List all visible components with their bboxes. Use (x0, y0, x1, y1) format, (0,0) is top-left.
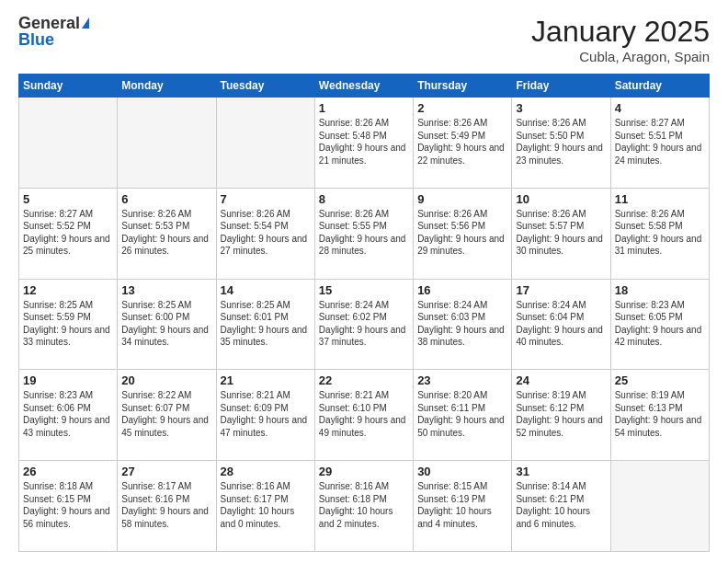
day-cell: 25Sunrise: 8:19 AM Sunset: 6:13 PM Dayli… (610, 370, 709, 461)
day-cell: 2Sunrise: 8:26 AM Sunset: 5:49 PM Daylig… (414, 98, 512, 189)
day-number: 1 (319, 101, 409, 115)
day-cell: 28Sunrise: 8:16 AM Sunset: 6:17 PM Dayli… (216, 461, 314, 552)
calendar-page: General Blue January 2025 Cubla, Aragon,… (0, 0, 728, 563)
week-row-3: 12Sunrise: 8:25 AM Sunset: 5:59 PM Dayli… (19, 279, 710, 370)
week-row-4: 19Sunrise: 8:23 AM Sunset: 6:06 PM Dayli… (19, 370, 710, 461)
day-info: Sunrise: 8:27 AM Sunset: 5:51 PM Dayligh… (615, 117, 705, 167)
week-row-2: 5Sunrise: 8:27 AM Sunset: 5:52 PM Daylig… (19, 188, 710, 279)
day-cell: 12Sunrise: 8:25 AM Sunset: 5:59 PM Dayli… (19, 279, 118, 370)
week-row-1: 1Sunrise: 8:26 AM Sunset: 5:48 PM Daylig… (19, 98, 710, 189)
day-number: 28 (221, 465, 311, 478)
week-row-5: 26Sunrise: 8:18 AM Sunset: 6:15 PM Dayli… (19, 461, 710, 552)
day-info: Sunrise: 8:26 AM Sunset: 5:55 PM Dayligh… (319, 208, 409, 258)
day-number: 14 (221, 283, 311, 297)
day-number: 13 (121, 283, 211, 297)
day-number: 29 (319, 465, 409, 478)
day-cell: 7Sunrise: 8:26 AM Sunset: 5:54 PM Daylig… (216, 188, 314, 279)
day-info: Sunrise: 8:19 AM Sunset: 6:12 PM Dayligh… (516, 389, 606, 439)
day-info: Sunrise: 8:22 AM Sunset: 6:07 PM Dayligh… (121, 389, 211, 439)
day-number: 10 (516, 192, 606, 206)
day-number: 3 (516, 101, 606, 115)
day-cell: 11Sunrise: 8:26 AM Sunset: 5:58 PM Dayli… (610, 188, 709, 279)
day-info: Sunrise: 8:26 AM Sunset: 5:54 PM Dayligh… (221, 208, 311, 258)
weekday-header-thursday: Thursday (414, 75, 512, 98)
day-number: 26 (23, 465, 113, 478)
day-info: Sunrise: 8:23 AM Sunset: 6:06 PM Dayligh… (23, 389, 113, 439)
day-number: 19 (23, 373, 113, 387)
day-number: 7 (221, 192, 311, 206)
day-info: Sunrise: 8:26 AM Sunset: 5:57 PM Dayligh… (516, 208, 606, 258)
day-cell: 9Sunrise: 8:26 AM Sunset: 5:56 PM Daylig… (414, 188, 512, 279)
day-cell (610, 461, 709, 552)
day-info: Sunrise: 8:24 AM Sunset: 6:04 PM Dayligh… (516, 299, 606, 349)
logo-triangle-icon (82, 17, 89, 29)
weekday-header-friday: Friday (512, 75, 610, 98)
day-info: Sunrise: 8:25 AM Sunset: 5:59 PM Dayligh… (23, 299, 113, 349)
day-info: Sunrise: 8:26 AM Sunset: 5:58 PM Dayligh… (615, 208, 705, 258)
day-number: 16 (417, 283, 507, 297)
weekday-header-tuesday: Tuesday (216, 75, 314, 98)
weekday-header-sunday: Sunday (19, 75, 118, 98)
day-info: Sunrise: 8:25 AM Sunset: 6:01 PM Dayligh… (221, 299, 311, 349)
day-cell: 22Sunrise: 8:21 AM Sunset: 6:10 PM Dayli… (314, 370, 413, 461)
day-cell: 18Sunrise: 8:23 AM Sunset: 6:05 PM Dayli… (610, 279, 709, 370)
day-info: Sunrise: 8:27 AM Sunset: 5:52 PM Dayligh… (23, 208, 113, 258)
day-cell: 10Sunrise: 8:26 AM Sunset: 5:57 PM Dayli… (512, 188, 610, 279)
day-cell: 14Sunrise: 8:25 AM Sunset: 6:01 PM Dayli… (216, 279, 314, 370)
day-cell: 20Sunrise: 8:22 AM Sunset: 6:07 PM Dayli… (118, 370, 216, 461)
day-info: Sunrise: 8:25 AM Sunset: 6:00 PM Dayligh… (121, 299, 211, 349)
day-info: Sunrise: 8:24 AM Sunset: 6:02 PM Dayligh… (319, 299, 409, 349)
day-cell: 19Sunrise: 8:23 AM Sunset: 6:06 PM Dayli… (19, 370, 118, 461)
day-info: Sunrise: 8:19 AM Sunset: 6:13 PM Dayligh… (615, 389, 705, 439)
day-info: Sunrise: 8:24 AM Sunset: 6:03 PM Dayligh… (417, 299, 507, 349)
day-cell: 26Sunrise: 8:18 AM Sunset: 6:15 PM Dayli… (19, 461, 118, 552)
calendar-title: January 2025 (531, 15, 710, 49)
day-number: 18 (615, 283, 705, 297)
day-info: Sunrise: 8:21 AM Sunset: 6:09 PM Dayligh… (221, 389, 311, 439)
title-block: January 2025 Cubla, Aragon, Spain (531, 15, 710, 64)
day-number: 25 (615, 373, 705, 387)
day-info: Sunrise: 8:16 AM Sunset: 6:18 PM Dayligh… (319, 480, 409, 530)
day-cell: 29Sunrise: 8:16 AM Sunset: 6:18 PM Dayli… (314, 461, 413, 552)
day-cell: 30Sunrise: 8:15 AM Sunset: 6:19 PM Dayli… (414, 461, 512, 552)
day-number: 4 (615, 101, 705, 115)
weekday-header-saturday: Saturday (610, 75, 709, 98)
day-info: Sunrise: 8:18 AM Sunset: 6:15 PM Dayligh… (23, 480, 113, 530)
day-info: Sunrise: 8:21 AM Sunset: 6:10 PM Dayligh… (319, 389, 409, 439)
day-cell: 15Sunrise: 8:24 AM Sunset: 6:02 PM Dayli… (314, 279, 413, 370)
day-number: 20 (121, 373, 211, 387)
day-cell: 21Sunrise: 8:21 AM Sunset: 6:09 PM Dayli… (216, 370, 314, 461)
day-info: Sunrise: 8:26 AM Sunset: 5:56 PM Dayligh… (417, 208, 507, 258)
header: General Blue January 2025 Cubla, Aragon,… (18, 15, 710, 64)
day-info: Sunrise: 8:20 AM Sunset: 6:11 PM Dayligh… (417, 389, 507, 439)
calendar-table: SundayMondayTuesdayWednesdayThursdayFrid… (18, 74, 710, 552)
logo: General Blue (18, 15, 89, 48)
day-cell: 24Sunrise: 8:19 AM Sunset: 6:12 PM Dayli… (512, 370, 610, 461)
calendar-subtitle: Cubla, Aragon, Spain (531, 49, 710, 64)
day-number: 21 (221, 373, 311, 387)
day-cell: 27Sunrise: 8:17 AM Sunset: 6:16 PM Dayli… (118, 461, 216, 552)
day-number: 15 (319, 283, 409, 297)
day-number: 5 (23, 192, 113, 206)
day-number: 12 (23, 283, 113, 297)
weekday-header-row: SundayMondayTuesdayWednesdayThursdayFrid… (19, 75, 710, 98)
day-number: 24 (516, 373, 606, 387)
logo-blue-text: Blue (18, 31, 89, 48)
day-number: 6 (121, 192, 211, 206)
day-info: Sunrise: 8:26 AM Sunset: 5:48 PM Dayligh… (319, 117, 409, 167)
day-number: 2 (417, 101, 507, 115)
day-info: Sunrise: 8:26 AM Sunset: 5:50 PM Dayligh… (516, 117, 606, 167)
day-info: Sunrise: 8:17 AM Sunset: 6:16 PM Dayligh… (121, 480, 211, 530)
day-info: Sunrise: 8:14 AM Sunset: 6:21 PM Dayligh… (516, 480, 606, 530)
day-cell: 3Sunrise: 8:26 AM Sunset: 5:50 PM Daylig… (512, 98, 610, 189)
day-info: Sunrise: 8:16 AM Sunset: 6:17 PM Dayligh… (221, 480, 311, 530)
day-info: Sunrise: 8:26 AM Sunset: 5:49 PM Dayligh… (417, 117, 507, 167)
day-info: Sunrise: 8:15 AM Sunset: 6:19 PM Dayligh… (417, 480, 507, 530)
day-number: 17 (516, 283, 606, 297)
day-number: 8 (319, 192, 409, 206)
day-info: Sunrise: 8:26 AM Sunset: 5:53 PM Dayligh… (121, 208, 211, 258)
day-number: 27 (121, 465, 211, 478)
day-cell: 16Sunrise: 8:24 AM Sunset: 6:03 PM Dayli… (414, 279, 512, 370)
day-number: 30 (417, 465, 507, 478)
weekday-header-wednesday: Wednesday (314, 75, 413, 98)
